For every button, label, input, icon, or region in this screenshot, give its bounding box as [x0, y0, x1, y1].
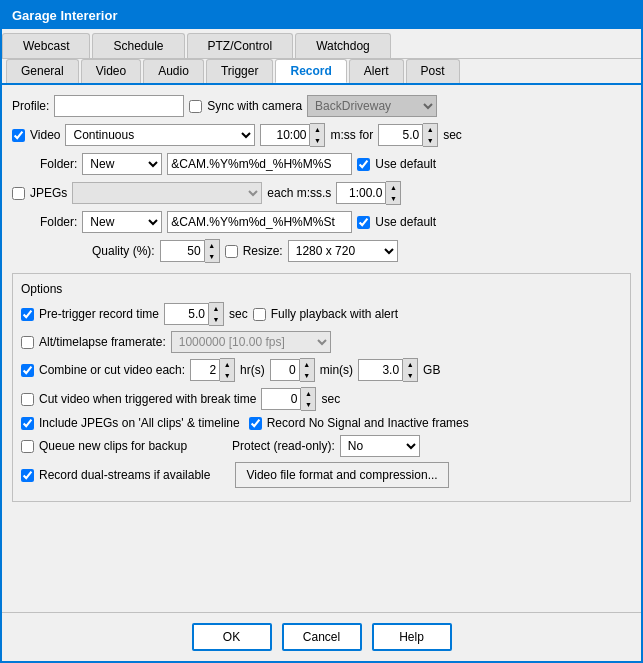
gb-up-btn[interactable]: ▲: [403, 359, 417, 370]
video-folder-select[interactable]: New: [82, 153, 162, 175]
jpegs-time-btns: ▲ ▼: [386, 181, 401, 205]
tab-trigger[interactable]: Trigger: [206, 59, 274, 83]
tab-audio[interactable]: Audio: [143, 59, 204, 83]
protect-select[interactable]: No: [340, 435, 420, 457]
min-down-btn[interactable]: ▼: [300, 370, 314, 381]
jpegs-checkbox[interactable]: [12, 187, 25, 200]
include-jpegs-row: Include JPEGs on 'All clips' & timeline …: [21, 416, 622, 430]
video-time-up-btn[interactable]: ▲: [310, 124, 324, 135]
video-use-default-checkbox[interactable]: [357, 158, 370, 171]
jpegs-mode-select[interactable]: [72, 182, 262, 204]
video-sec-down-btn[interactable]: ▼: [423, 135, 437, 146]
queue-row: Queue new clips for backup Protect (read…: [21, 435, 622, 457]
pre-trigger-up-btn[interactable]: ▲: [209, 303, 223, 314]
protect-label: Protect (read-only):: [232, 439, 335, 453]
quality-up-btn[interactable]: ▲: [205, 240, 219, 251]
record-dual-checkbox[interactable]: [21, 469, 34, 482]
jpegs-time-spinner: ▲ ▼: [336, 181, 401, 205]
include-jpegs-label: Include JPEGs on 'All clips' & timeline: [39, 416, 240, 430]
fully-playback-label: Fully playback with alert: [271, 307, 398, 321]
record-dual-row: Record dual-streams if available Video f…: [21, 462, 622, 488]
pre-trigger-row: Pre-trigger record time ▲ ▼ sec Fully pl…: [21, 302, 622, 326]
quality-down-btn[interactable]: ▼: [205, 251, 219, 262]
quality-input[interactable]: [160, 240, 205, 262]
alt-timelapse-row: Alt/timelapse framerate: 1000000 [10.00 …: [21, 331, 622, 353]
resize-select[interactable]: 1280 x 720: [288, 240, 398, 262]
fps-select[interactable]: 1000000 [10.00 fps]: [171, 331, 331, 353]
cut-sec-input[interactable]: [261, 388, 301, 410]
cancel-button[interactable]: Cancel: [282, 623, 362, 651]
video-sec-up-btn[interactable]: ▲: [423, 124, 437, 135]
cut-sec-up-btn[interactable]: ▲: [301, 388, 315, 399]
jpegs-time-input[interactable]: [336, 182, 386, 204]
pre-trigger-label: Pre-trigger record time: [39, 307, 159, 321]
jpegs-label: JPEGs: [30, 186, 67, 200]
video-time-input[interactable]: [260, 124, 310, 146]
gb-down-btn[interactable]: ▼: [403, 370, 417, 381]
tab-video[interactable]: Video: [81, 59, 141, 83]
tab-webcast[interactable]: Webcast: [2, 33, 90, 58]
fully-playback-checkbox[interactable]: [253, 308, 266, 321]
video-mode-select[interactable]: Continuous: [65, 124, 255, 146]
tab-general[interactable]: General: [6, 59, 79, 83]
sync-camera-checkbox[interactable]: [189, 100, 202, 113]
video-time-down-btn[interactable]: ▼: [310, 135, 324, 146]
min-spinner: ▲ ▼: [270, 358, 315, 382]
min-input[interactable]: [270, 359, 300, 381]
jpegs-time-up-btn[interactable]: ▲: [386, 182, 400, 193]
profile-select[interactable]: 1 Active: [54, 95, 184, 117]
cut-sec-btns: ▲ ▼: [301, 387, 316, 411]
tab-watchdog[interactable]: Watchdog: [295, 33, 391, 58]
alt-timelapse-checkbox[interactable]: [21, 336, 34, 349]
pre-trigger-checkbox[interactable]: [21, 308, 34, 321]
hr-input[interactable]: [190, 359, 220, 381]
queue-backup-checkbox[interactable]: [21, 440, 34, 453]
min-up-btn[interactable]: ▲: [300, 359, 314, 370]
video-format-btn-label: Video file format and compression...: [246, 468, 437, 482]
jpegs-folder-select[interactable]: New: [82, 211, 162, 233]
jpegs-use-default-checkbox[interactable]: [357, 216, 370, 229]
jpegs-path-input[interactable]: [167, 211, 352, 233]
tab-alert[interactable]: Alert: [349, 59, 404, 83]
options-group: Options Pre-trigger record time ▲ ▼ sec …: [12, 273, 631, 502]
pre-trigger-down-btn[interactable]: ▼: [209, 314, 223, 325]
gb-input[interactable]: [358, 359, 403, 381]
hr-btns: ▲ ▼: [220, 358, 235, 382]
record-no-signal-label: Record No Signal and Inactive frames: [267, 416, 469, 430]
camera-select[interactable]: BackDriveway: [307, 95, 437, 117]
video-checkbox[interactable]: [12, 129, 25, 142]
hr-spinner: ▲ ▼: [190, 358, 235, 382]
include-jpegs-checkbox[interactable]: [21, 417, 34, 430]
hr-up-btn[interactable]: ▲: [220, 359, 234, 370]
jpegs-time-down-btn[interactable]: ▼: [386, 193, 400, 204]
profile-row: Profile: 1 Active Sync with camera BackD…: [12, 95, 631, 117]
video-path-input[interactable]: [167, 153, 352, 175]
cut-video-checkbox[interactable]: [21, 393, 34, 406]
record-dual-label: Record dual-streams if available: [39, 468, 210, 482]
jpegs-row: JPEGs each m:ss.s ▲ ▼: [12, 181, 631, 205]
tab-schedule[interactable]: Schedule: [92, 33, 184, 58]
pre-trigger-btns: ▲ ▼: [209, 302, 224, 326]
video-sec-input[interactable]: [378, 124, 423, 146]
video-label: Video: [30, 128, 60, 142]
hr-down-btn[interactable]: ▼: [220, 370, 234, 381]
video-use-default-label: Use default: [375, 157, 436, 171]
video-time-spinner: ▲ ▼: [260, 123, 325, 147]
record-no-signal-checkbox[interactable]: [249, 417, 262, 430]
resize-checkbox[interactable]: [225, 245, 238, 258]
tab-ptz-control[interactable]: PTZ/Control: [187, 33, 294, 58]
video-row: Video Continuous ▲ ▼ m:ss for ▲ ▼ sec: [12, 123, 631, 147]
help-button[interactable]: Help: [372, 623, 452, 651]
tab-post[interactable]: Post: [406, 59, 460, 83]
min-label: min(s): [320, 363, 353, 377]
each-label: each m:ss.s: [267, 186, 331, 200]
window-title: Garage Intererior: [12, 8, 118, 23]
ok-button[interactable]: OK: [192, 623, 272, 651]
combine-checkbox[interactable]: [21, 364, 34, 377]
jpegs-folder-row: Folder: New Use default: [12, 211, 631, 233]
pre-trigger-input[interactable]: [164, 303, 209, 325]
main-window: Garage Intererior Webcast Schedule PTZ/C…: [0, 0, 643, 663]
video-format-button[interactable]: Video file format and compression...: [235, 462, 448, 488]
tab-record[interactable]: Record: [275, 59, 346, 83]
cut-sec-down-btn[interactable]: ▼: [301, 399, 315, 410]
